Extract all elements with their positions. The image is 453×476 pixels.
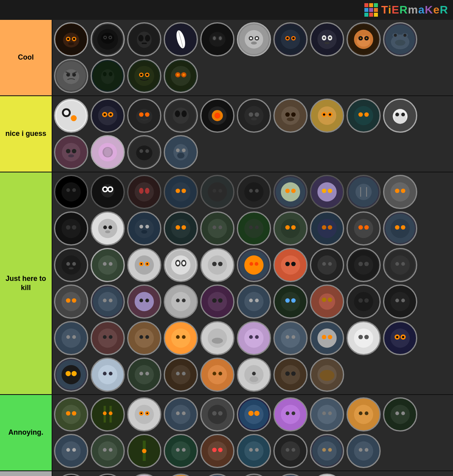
svg-point-240	[103, 262, 106, 266]
svg-point-236	[72, 262, 76, 266]
list-item	[273, 175, 308, 209]
svg-point-319	[62, 329, 81, 348]
svg-point-214	[244, 219, 263, 238]
svg-point-215	[249, 226, 253, 229]
svg-point-415	[248, 411, 254, 416]
list-item	[237, 474, 271, 476]
svg-point-211	[213, 226, 216, 229]
svg-point-293	[182, 299, 186, 302]
tier-content-annoying	[52, 395, 453, 470]
svg-point-291	[171, 292, 190, 311]
svg-point-96	[139, 112, 143, 117]
svg-point-316	[395, 299, 399, 302]
svg-point-467	[365, 448, 368, 452]
svg-point-370	[145, 372, 149, 375]
list-item	[273, 434, 308, 468]
svg-point-393	[72, 411, 76, 416]
svg-point-165	[176, 189, 180, 193]
svg-point-93	[110, 113, 112, 116]
svg-point-435	[66, 448, 70, 452]
svg-point-247	[147, 263, 148, 265]
svg-point-142	[139, 149, 143, 153]
list-item	[310, 175, 344, 209]
svg-point-289	[145, 299, 149, 302]
svg-point-348	[328, 335, 332, 339]
list-item	[91, 397, 125, 431]
svg-point-315	[391, 292, 410, 311]
list-item	[200, 358, 234, 392]
list-item	[383, 175, 417, 209]
svg-point-299	[244, 292, 263, 311]
svg-point-394	[93, 400, 122, 429]
svg-point-414	[244, 405, 263, 424]
list-item	[273, 99, 308, 133]
svg-point-280	[66, 298, 70, 303]
svg-point-113	[285, 112, 290, 117]
list-item	[200, 284, 234, 319]
svg-point-47	[324, 42, 329, 45]
svg-point-283	[98, 292, 117, 311]
list-item	[347, 248, 381, 282]
svg-point-107	[244, 106, 263, 125]
svg-point-101	[182, 110, 187, 117]
list-item	[164, 135, 198, 169]
svg-point-246	[141, 263, 142, 265]
svg-point-279	[62, 292, 81, 311]
svg-point-312	[358, 298, 363, 303]
svg-point-26	[213, 37, 216, 40]
list-item	[237, 248, 271, 282]
list-item	[127, 59, 161, 93]
svg-point-427	[359, 412, 362, 415]
svg-point-83	[183, 74, 185, 76]
svg-point-459	[292, 448, 295, 452]
list-item	[164, 358, 198, 392]
list-item	[164, 321, 198, 355]
svg-point-366	[109, 372, 112, 375]
svg-point-386	[291, 372, 296, 376]
svg-point-199	[105, 230, 110, 233]
svg-point-125	[364, 112, 369, 117]
svg-point-365	[103, 372, 106, 375]
svg-point-115	[287, 118, 294, 121]
svg-point-158	[109, 188, 112, 191]
svg-point-455	[255, 448, 259, 452]
list-item	[310, 321, 344, 355]
svg-point-273	[364, 262, 369, 266]
list-item	[91, 321, 125, 355]
svg-point-201	[135, 219, 154, 238]
svg-point-331	[171, 329, 190, 348]
svg-point-170	[219, 189, 222, 193]
svg-point-224	[328, 225, 332, 230]
tier-row-justkill: Just here to kill	[0, 172, 453, 395]
svg-point-327	[135, 329, 154, 348]
svg-point-342	[281, 329, 300, 348]
svg-point-411	[212, 411, 217, 416]
svg-point-180	[317, 182, 337, 201]
svg-point-436	[72, 448, 76, 452]
svg-point-105	[215, 113, 221, 119]
svg-point-443	[142, 449, 146, 453]
svg-point-466	[359, 448, 362, 452]
svg-point-39	[287, 37, 289, 39]
svg-point-308	[322, 298, 326, 302]
svg-point-189	[395, 189, 399, 193]
list-item	[127, 321, 161, 355]
svg-point-173	[249, 189, 253, 193]
svg-point-384	[281, 365, 300, 384]
svg-point-36	[281, 30, 300, 49]
svg-point-194	[72, 225, 76, 230]
list-item	[127, 22, 161, 56]
svg-point-276	[395, 262, 399, 266]
svg-point-174	[255, 189, 259, 193]
svg-point-117	[318, 106, 337, 125]
list-item	[127, 434, 161, 468]
list-item	[164, 211, 198, 246]
list-item	[54, 175, 88, 209]
svg-point-27	[219, 37, 222, 40]
svg-point-40	[292, 37, 295, 39]
svg-point-146	[176, 149, 180, 152]
svg-point-449	[208, 441, 227, 461]
svg-point-207	[176, 225, 180, 230]
svg-point-23	[209, 32, 226, 46]
svg-point-133	[66, 149, 70, 153]
